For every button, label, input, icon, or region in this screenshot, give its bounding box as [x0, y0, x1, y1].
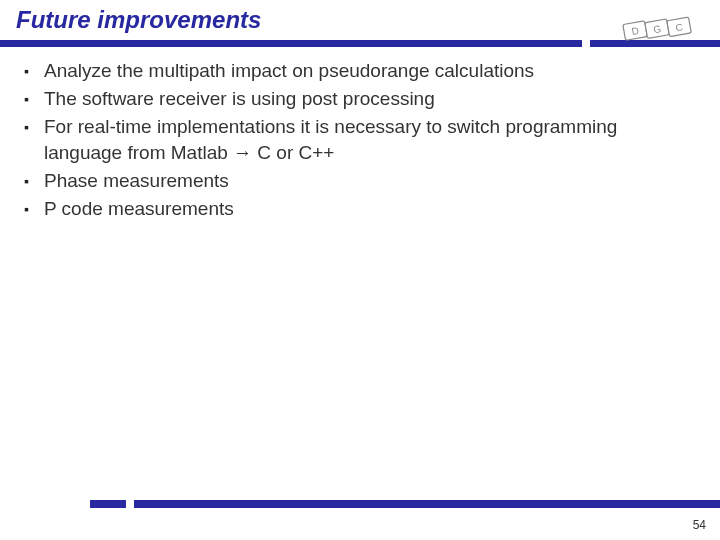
footer-divider	[0, 500, 720, 508]
list-item: ▪ Analyze the multipath impact on pseudo…	[22, 58, 698, 84]
list-item: ▪ P code measurements	[22, 196, 698, 222]
list-item: ▪ The software receiver is using post pr…	[22, 86, 698, 112]
bullet-text: Phase measurements	[44, 168, 698, 194]
content-area: ▪ Analyze the multipath impact on pseudo…	[22, 58, 698, 224]
page-number: 54	[693, 518, 706, 532]
logo-icon: D G C	[616, 6, 706, 50]
bullet-icon: ▪	[22, 168, 44, 194]
bullet-icon: ▪	[22, 86, 44, 112]
bullet-text: The software receiver is using post proc…	[44, 86, 698, 112]
list-item: ▪ Phase measurements	[22, 168, 698, 194]
title-underline	[0, 40, 720, 47]
bullet-text: For real-time implementations it is nece…	[44, 114, 698, 166]
list-item: ▪ For real-time implementations it is ne…	[22, 114, 698, 166]
slide: Future improvements D G C ▪ Analyze the …	[0, 0, 720, 540]
bullet-icon: ▪	[22, 58, 44, 84]
bullet-icon: ▪	[22, 196, 44, 222]
slide-title: Future improvements	[0, 0, 720, 34]
bullet-text: Analyze the multipath impact on pseudora…	[44, 58, 698, 84]
bullet-icon: ▪	[22, 114, 44, 140]
bullet-text: P code measurements	[44, 196, 698, 222]
